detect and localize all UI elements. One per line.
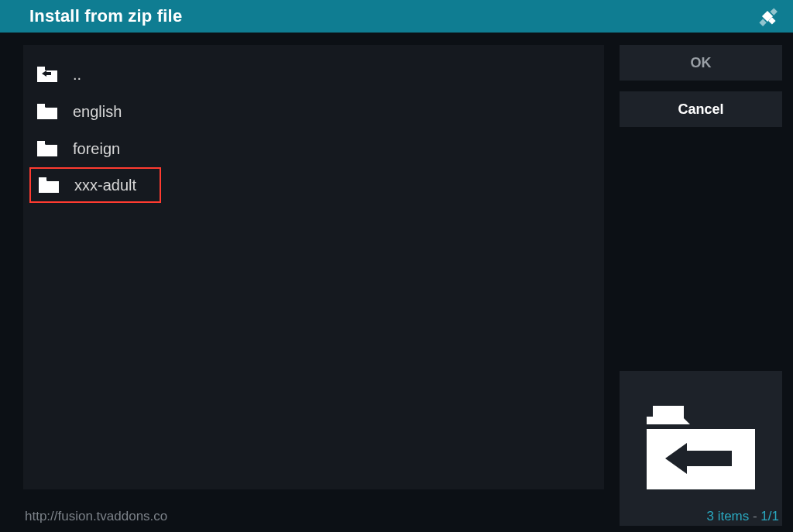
svg-rect-9 (647, 424, 755, 429)
svg-rect-3 (759, 19, 766, 26)
preview-thumbnail (620, 371, 782, 526)
status-path: http://fusion.tvaddons.co (25, 509, 167, 524)
kodi-logo-icon (754, 5, 781, 28)
folder-icon (37, 176, 60, 194)
svg-rect-8 (653, 406, 684, 420)
title-bar: Install from zip file (0, 0, 793, 33)
svg-rect-2 (771, 8, 778, 15)
svg-rect-7 (39, 177, 46, 180)
svg-rect-5 (37, 104, 45, 107)
list-item-label: xxx-adult (74, 177, 136, 194)
dialog-body: .. english foreign (0, 33, 793, 532)
ok-button[interactable]: OK (620, 45, 782, 81)
status-bar: http://fusion.tvaddons.co 3 items - 1/1 (25, 509, 779, 524)
svg-rect-6 (37, 141, 45, 144)
window-title: Install from zip file (29, 6, 182, 26)
svg-rect-4 (37, 67, 45, 70)
list-item-label: foreign (73, 140, 120, 158)
cancel-button[interactable]: Cancel (620, 91, 782, 127)
folder-icon (36, 139, 59, 158)
left-rail (11, 45, 19, 526)
list-item-xxx-adult[interactable]: xxx-adult (29, 167, 161, 203)
list-item-label: english (73, 103, 122, 121)
list-item-foreign[interactable]: foreign (29, 130, 598, 167)
status-count-label: 3 items (706, 509, 749, 523)
folder-back-icon (36, 65, 59, 84)
status-count: 3 items - 1/1 (706, 509, 779, 524)
list-item-label: .. (73, 66, 81, 84)
install-from-zip-window: Install from zip file .. (0, 0, 793, 532)
folder-back-large-icon (631, 390, 771, 506)
file-list-panel: .. english foreign (23, 45, 604, 489)
status-page-label: 1/1 (760, 509, 779, 523)
list-item-parent[interactable]: .. (29, 56, 598, 93)
svg-rect-10 (685, 451, 732, 466)
right-panel: OK Cancel (620, 45, 782, 526)
folder-icon (36, 102, 59, 121)
list-item-english[interactable]: english (29, 93, 598, 130)
